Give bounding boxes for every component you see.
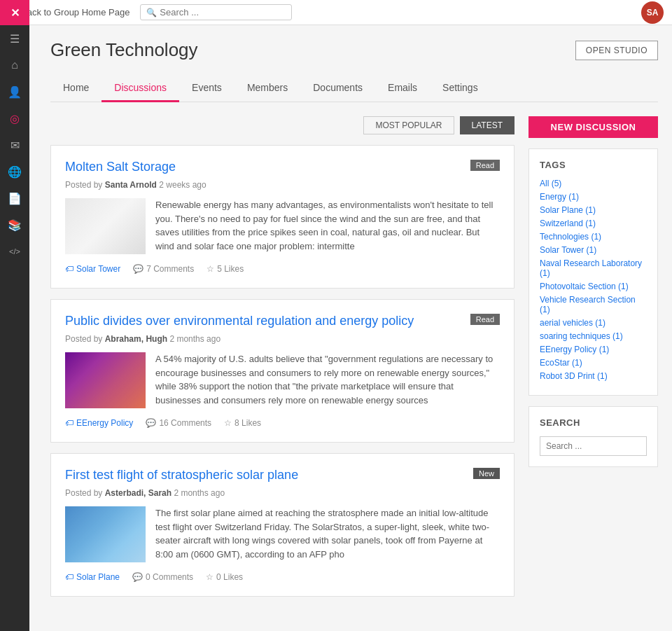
- sidebar-item-code[interactable]: </>: [0, 238, 29, 265]
- likes-count: 0 Likes: [216, 572, 243, 582]
- discussions-list: Molten Salt Storage Read Posted by Santa…: [50, 145, 514, 597]
- sidebar-item-user[interactable]: 👤: [0, 78, 29, 105]
- tag-link[interactable]: Robot 3D Print (1): [540, 371, 647, 381]
- sidebar-item-home[interactable]: ⌂: [0, 52, 29, 78]
- tab-emails[interactable]: Emails: [375, 75, 430, 102]
- logo-icon: ✕: [10, 6, 20, 20]
- target-icon: ◎: [10, 112, 20, 125]
- tag-link[interactable]: Switzerland (1): [540, 219, 647, 228]
- document-icon: 📄: [8, 192, 22, 205]
- likes-count: 5 Likes: [217, 264, 244, 274]
- card-header: Molten Salt Storage Read: [65, 160, 500, 174]
- tag-link[interactable]: Technologies (1): [540, 232, 647, 242]
- discussion-card-public-divides: Public divides over environmental regula…: [50, 299, 514, 443]
- card-title[interactable]: Public divides over environmental regula…: [65, 314, 463, 328]
- most-popular-button[interactable]: MOST POPULAR: [363, 116, 454, 134]
- card-title[interactable]: Molten Salt Storage: [65, 160, 463, 174]
- tag-link[interactable]: aerial vehicles (1): [540, 318, 647, 328]
- card-footer: 🏷 Solar Plane 💬 0 Comments ☆ 0 Likes: [65, 572, 500, 582]
- sidebar-item-globe[interactable]: 🌐: [0, 158, 29, 185]
- card-header: Public divides over environmental regula…: [65, 314, 500, 328]
- card-header: First test flight of stratospheric solar…: [65, 468, 500, 483]
- card-author: Santa Arnold: [105, 180, 157, 190]
- sidebar-item-document[interactable]: 📄: [0, 185, 29, 212]
- sidebar-item-mail[interactable]: ✉: [0, 132, 29, 158]
- likes-count: 8 Likes: [234, 418, 261, 428]
- card-body: Renewable energy has many advantages, as…: [65, 198, 500, 254]
- sidebar-search-input[interactable]: [540, 436, 647, 456]
- main-content: Green Technology OPEN STUDIO HomeDiscuss…: [29, 25, 672, 621]
- card-likes[interactable]: ☆ 8 Likes: [224, 418, 261, 428]
- right-sidebar: NEW DISCUSSION TAGS All (5)Energy (1)Sol…: [528, 116, 658, 607]
- card-author: Abraham, Hugh: [105, 334, 167, 344]
- latest-button[interactable]: LATEST: [460, 116, 514, 134]
- tags-title: TAGS: [540, 160, 647, 170]
- tag-link[interactable]: soaring techniques (1): [540, 331, 647, 341]
- globe-icon: 🌐: [8, 165, 22, 179]
- tag-link[interactable]: Energy (1): [540, 192, 647, 202]
- open-studio-button[interactable]: OPEN STUDIO: [575, 41, 658, 60]
- book-icon: 📚: [8, 219, 22, 232]
- search-icon: 🔍: [146, 8, 157, 18]
- card-comments[interactable]: 💬 0 Comments: [132, 572, 193, 582]
- menu-icon: ☰: [10, 32, 20, 46]
- comments-icon: 💬: [132, 572, 143, 582]
- comments-count: 0 Comments: [146, 572, 193, 582]
- content-area: MOST POPULAR LATEST Molten Salt Storage …: [50, 116, 658, 607]
- page-header: Green Technology OPEN STUDIO: [50, 39, 658, 61]
- card-meta: Posted by Abraham, Hugh 2 months ago: [65, 334, 500, 344]
- sidebar-item-target[interactable]: ◎: [0, 105, 29, 132]
- tags-section: TAGS All (5)Energy (1)Solar Plane (1)Swi…: [528, 148, 658, 396]
- back-link-label: Back to Group Home Page: [21, 7, 130, 18]
- main-column: MOST POPULAR LATEST Molten Salt Storage …: [50, 116, 514, 607]
- card-meta: Posted by Asterbadi, Sarah 2 months ago: [65, 488, 500, 498]
- top-search-input[interactable]: [160, 7, 286, 18]
- comments-icon: 💬: [133, 264, 144, 274]
- tag-link[interactable]: EcoStar (1): [540, 358, 647, 368]
- tab-settings[interactable]: Settings: [430, 75, 491, 102]
- sidebar-item-menu[interactable]: ☰: [0, 25, 29, 52]
- tag-link[interactable]: EEnergy Policy (1): [540, 345, 647, 354]
- tab-events[interactable]: Events: [179, 75, 234, 102]
- tag-link[interactable]: Solar Tower (1): [540, 245, 647, 255]
- page-title: Green Technology: [50, 39, 198, 61]
- tag-icon: 🏷: [65, 418, 74, 428]
- new-discussion-button[interactable]: NEW DISCUSSION: [528, 116, 658, 138]
- card-likes[interactable]: ☆ 0 Likes: [206, 572, 243, 582]
- card-comments[interactable]: 💬 7 Comments: [133, 264, 194, 274]
- card-title[interactable]: First test flight of stratospheric solar…: [65, 468, 466, 483]
- tag-label: Solar Plane: [76, 572, 120, 582]
- home-icon: ⌂: [11, 59, 18, 71]
- tag-link[interactable]: Solar Plane (1): [540, 205, 647, 215]
- likes-icon: ☆: [206, 572, 214, 582]
- tag-link[interactable]: Photovoltaic Section (1): [540, 282, 647, 291]
- comments-icon: 💬: [146, 418, 156, 428]
- tab-home[interactable]: Home: [50, 75, 102, 102]
- tag-link[interactable]: All (5): [540, 179, 647, 188]
- top-search-container: 🔍: [140, 4, 292, 20]
- card-time: 2 weeks ago: [159, 180, 206, 190]
- tab-members[interactable]: Members: [234, 75, 300, 102]
- card-text: The first solar plane aimed at reaching …: [155, 506, 500, 562]
- card-likes[interactable]: ☆ 5 Likes: [206, 264, 244, 274]
- card-author: Asterbadi, Sarah: [105, 488, 172, 498]
- card-tag[interactable]: 🏷 Solar Tower: [65, 264, 120, 274]
- tab-documents[interactable]: Documents: [300, 75, 375, 102]
- logo[interactable]: ✕: [0, 0, 29, 25]
- card-image: [65, 352, 146, 408]
- card-comments[interactable]: 💬 16 Comments: [146, 418, 211, 428]
- tag-link[interactable]: Naval Research Laboratory (1): [540, 258, 647, 278]
- tab-discussions[interactable]: Discussions: [102, 75, 179, 102]
- user-icon: 👤: [8, 85, 22, 99]
- search-section: SEARCH: [528, 406, 658, 467]
- filter-bar: MOST POPULAR LATEST: [50, 116, 514, 134]
- likes-icon: ☆: [224, 418, 232, 428]
- sidebar-item-book[interactable]: 📚: [0, 212, 29, 238]
- card-tag[interactable]: 🏷 EEnergy Policy: [65, 418, 133, 428]
- tag-link[interactable]: Vehicle Research Section (1): [540, 295, 647, 314]
- avatar[interactable]: SA: [641, 1, 664, 24]
- card-tag[interactable]: 🏷 Solar Plane: [65, 572, 120, 582]
- likes-icon: ☆: [206, 264, 214, 274]
- tags-list: All (5)Energy (1)Solar Plane (1)Switzerl…: [540, 179, 647, 381]
- left-sidebar: ✕ ☰ ⌂ 👤 ◎ ✉ 🌐 📄 📚 </>: [0, 0, 29, 621]
